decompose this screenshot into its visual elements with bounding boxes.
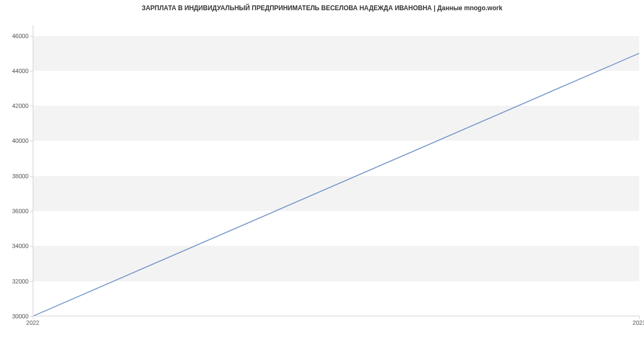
x-tick-mark bbox=[639, 316, 640, 319]
y-tick-label: 36000 bbox=[12, 208, 28, 214]
x-tick-label: 2022 bbox=[26, 319, 39, 326]
x-axis-line bbox=[33, 316, 639, 316]
y-axis-line bbox=[33, 25, 33, 316]
y-tick-mark bbox=[30, 36, 33, 37]
line-series-svg bbox=[33, 25, 639, 316]
y-tick-mark bbox=[30, 71, 33, 71]
chart-title: ЗАРПЛАТА В ИНДИВИДУАЛЬНЫЙ ПРЕДПРИНИМАТЕЛ… bbox=[0, 4, 644, 12]
y-tick-label: 34000 bbox=[12, 243, 28, 249]
y-tick-mark bbox=[30, 281, 33, 282]
y-tick-label: 44000 bbox=[12, 68, 28, 74]
salary-series-line bbox=[33, 53, 639, 316]
x-tick-label: 2023 bbox=[633, 319, 644, 326]
y-tick-label: 40000 bbox=[12, 137, 28, 144]
y-tick-label: 38000 bbox=[12, 173, 28, 179]
y-tick-label: 30000 bbox=[12, 313, 28, 319]
salary-line-chart: ЗАРПЛАТА В ИНДИВИДУАЛЬНЫЙ ПРЕДПРИНИМАТЕЛ… bbox=[0, 0, 644, 349]
y-tick-mark bbox=[30, 141, 33, 141]
y-tick-label: 32000 bbox=[12, 278, 28, 285]
y-tick-mark bbox=[30, 211, 33, 212]
plot-area: 3000032000340003600038000400004200044000… bbox=[32, 25, 640, 317]
y-tick-label: 46000 bbox=[12, 33, 28, 39]
y-tick-mark bbox=[30, 106, 33, 106]
y-tick-mark bbox=[30, 176, 33, 177]
y-tick-label: 42000 bbox=[12, 103, 28, 109]
x-tick-mark bbox=[33, 316, 33, 319]
y-tick-mark bbox=[30, 246, 33, 246]
